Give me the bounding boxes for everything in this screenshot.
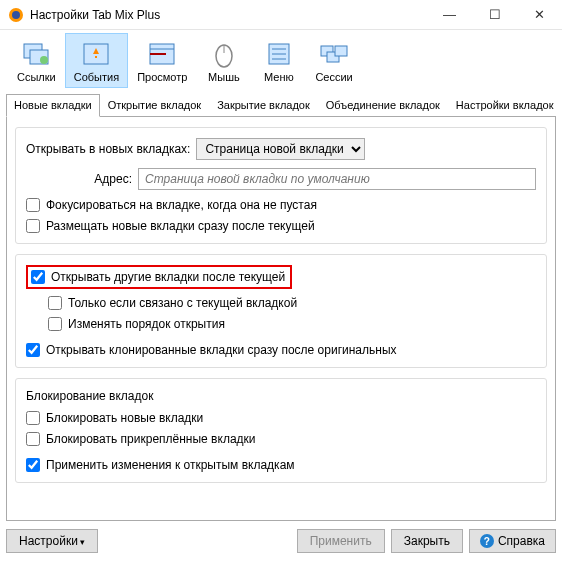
block-new-checkbox[interactable] bbox=[26, 411, 40, 425]
footer: Настройки Применить Закрыть ? Справка bbox=[0, 521, 562, 561]
toolbar: Ссылки События Просмотр Мышь Меню Сессии bbox=[0, 30, 562, 88]
settings-button[interactable]: Настройки bbox=[6, 529, 98, 553]
toolbar-events-label: События bbox=[74, 71, 119, 83]
block-pinned-label: Блокировать прикреплённые вкладки bbox=[46, 432, 256, 446]
maximize-button[interactable]: ☐ bbox=[472, 0, 517, 29]
close-dialog-button[interactable]: Закрыть bbox=[391, 529, 463, 553]
toolbar-menu-label: Меню bbox=[264, 71, 294, 83]
help-icon: ? bbox=[480, 534, 494, 548]
toolbar-links-label: Ссылки bbox=[17, 71, 56, 83]
highlighted-option: Открывать другие вкладки после текущей bbox=[26, 265, 292, 289]
address-input[interactable] bbox=[138, 168, 536, 190]
only-related-label: Только если связано с текущей вкладкой bbox=[68, 296, 297, 310]
open-in-label: Открывать в новых вкладках: bbox=[26, 142, 190, 156]
open-cloned-checkbox[interactable] bbox=[26, 343, 40, 357]
toolbar-sessions[interactable]: Сессии bbox=[306, 33, 361, 88]
toolbar-mouse[interactable]: Мышь bbox=[196, 33, 251, 88]
help-button[interactable]: ? Справка bbox=[469, 529, 556, 553]
place-after-label: Размещать новые вкладки сразу после теку… bbox=[46, 219, 315, 233]
tab-tab-settings[interactable]: Настройки вкладок bbox=[448, 94, 562, 116]
group-other-tabs: Открывать другие вкладки после текущей Т… bbox=[15, 254, 547, 368]
svg-rect-19 bbox=[335, 46, 347, 56]
open-cloned-label: Открывать клонированные вкладки сразу по… bbox=[46, 343, 397, 357]
sessions-icon bbox=[318, 38, 350, 70]
svg-point-1 bbox=[12, 11, 20, 19]
events-icon bbox=[80, 38, 112, 70]
focus-label: Фокусироваться на вкладке, когда она не … bbox=[46, 198, 317, 212]
app-icon bbox=[8, 7, 24, 23]
only-related-checkbox[interactable] bbox=[48, 296, 62, 310]
apply-button[interactable]: Применить bbox=[297, 529, 385, 553]
svg-point-4 bbox=[40, 56, 48, 64]
tab-open-tabs[interactable]: Открытие вкладок bbox=[100, 94, 209, 116]
menu-icon bbox=[263, 38, 295, 70]
close-button[interactable]: ✕ bbox=[517, 0, 562, 29]
titlebar: Настройки Tab Mix Plus — ☐ ✕ bbox=[0, 0, 562, 30]
mouse-icon bbox=[208, 38, 240, 70]
block-pinned-checkbox[interactable] bbox=[26, 432, 40, 446]
focus-checkbox[interactable] bbox=[26, 198, 40, 212]
toolbar-view[interactable]: Просмотр bbox=[128, 33, 196, 88]
window-title: Настройки Tab Mix Plus bbox=[30, 8, 427, 22]
minimize-button[interactable]: — bbox=[427, 0, 472, 29]
address-label: Адрес: bbox=[26, 172, 132, 186]
open-in-select[interactable]: Страница новой вкладки bbox=[196, 138, 365, 160]
view-icon bbox=[146, 38, 178, 70]
toolbar-sessions-label: Сессии bbox=[315, 71, 352, 83]
tab-close-tabs[interactable]: Закрытие вкладок bbox=[209, 94, 318, 116]
change-order-checkbox[interactable] bbox=[48, 317, 62, 331]
apply-open-label: Применить изменения к открытым вкладкам bbox=[46, 458, 295, 472]
change-order-label: Изменять порядок открытия bbox=[68, 317, 225, 331]
help-label: Справка bbox=[498, 534, 545, 548]
place-after-checkbox[interactable] bbox=[26, 219, 40, 233]
toolbar-events[interactable]: События bbox=[65, 33, 128, 88]
toolbar-mouse-label: Мышь bbox=[208, 71, 240, 83]
tab-merge-tabs[interactable]: Объединение вкладок bbox=[318, 94, 448, 116]
open-other-label: Открывать другие вкладки после текущей bbox=[51, 270, 285, 284]
group-blocking: Блокирование вкладок Блокировать новые в… bbox=[15, 378, 547, 483]
open-other-checkbox[interactable] bbox=[31, 270, 45, 284]
toolbar-menu[interactable]: Меню bbox=[251, 33, 306, 88]
block-new-label: Блокировать новые вкладки bbox=[46, 411, 203, 425]
blocking-heading: Блокирование вкладок bbox=[26, 389, 536, 403]
toolbar-view-label: Просмотр bbox=[137, 71, 187, 83]
window-controls: — ☐ ✕ bbox=[427, 0, 562, 29]
apply-open-checkbox[interactable] bbox=[26, 458, 40, 472]
tab-new-tabs[interactable]: Новые вкладки bbox=[6, 94, 100, 117]
tab-bar: Новые вкладки Открытие вкладок Закрытие … bbox=[6, 94, 556, 117]
toolbar-links[interactable]: Ссылки bbox=[8, 33, 65, 88]
svg-rect-7 bbox=[95, 56, 97, 58]
group-new-tab-open: Открывать в новых вкладках: Страница нов… bbox=[15, 127, 547, 244]
content-area: Открывать в новых вкладках: Страница нов… bbox=[6, 117, 556, 521]
links-icon bbox=[20, 38, 52, 70]
